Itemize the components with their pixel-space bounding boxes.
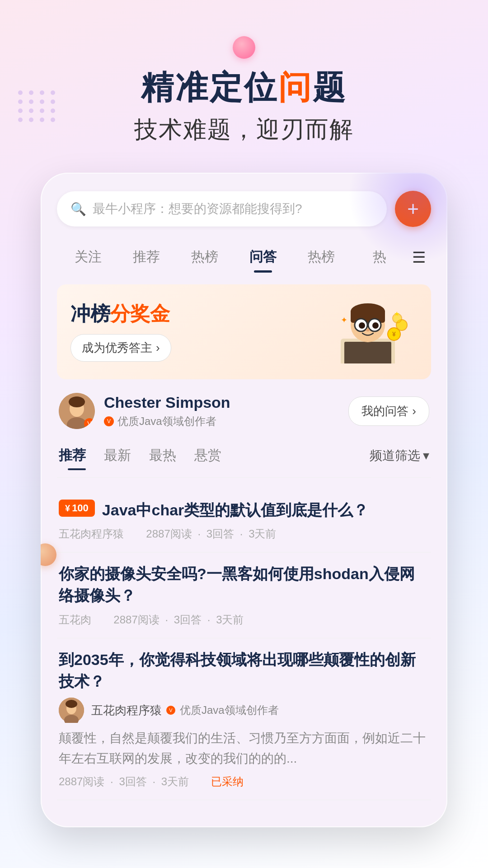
my-answer-arrow: › (412, 404, 416, 418)
filter-tab-hottest[interactable]: 最热 (140, 443, 185, 468)
q1-time: 3天前 (249, 528, 276, 540)
svg-text:¥: ¥ (392, 330, 396, 338)
q1-reads: 2887阅读 (146, 528, 192, 540)
nav-tabs: 关注 推荐 热榜 问答 热榜 热 ☰ (57, 243, 431, 271)
q3-avatar-svg (59, 698, 84, 723)
q3-preview-text: 颠覆性，自然是颠覆我们的生活、习惯乃至方方面面，例如近二十年左右互联网的发展，改… (59, 728, 429, 769)
q1-title-row: ¥ 100 Java中char类型的默认值到底是什么？ (59, 500, 429, 521)
pearl-decoration (41, 543, 56, 566)
banner-btn-arrow: › (156, 341, 160, 355)
search-row: 🔍 最牛小程序：想要的资源都能搜得到? + (57, 191, 431, 227)
svg-point-24 (66, 700, 77, 708)
q1-author: 五花肉程序猿 (59, 528, 124, 540)
q3-title[interactable]: 到2035年，你觉得科技领域将出现哪些颠覆性的创新技术？ (59, 649, 429, 692)
add-button[interactable]: + (395, 191, 431, 227)
hero-section: 精准定位问题 技术难题，迎刃而解 (0, 0, 488, 164)
hero-ball-decoration (233, 36, 255, 59)
q2-meta: 五花肉 2887阅读 · 3回答 · 3天前 (59, 613, 429, 627)
hero-title-text1: 精准定位 (141, 69, 278, 105)
channel-filter-arrow: ▾ (423, 448, 429, 463)
banner-become-btn[interactable]: 成为优秀答主 › (70, 334, 171, 362)
q3-preview-role: 优质Java领域创作者 (180, 703, 279, 717)
channel-filter-label: 频道筛选 (370, 447, 420, 464)
q1-reward-yuan: ¥ (65, 503, 70, 514)
nav-tab-follow[interactable]: 关注 (59, 243, 117, 271)
nav-tab-qa[interactable]: 问答 (234, 243, 292, 271)
q1-title[interactable]: Java中char类型的默认值到底是什么？ (102, 500, 368, 521)
search-placeholder-text: 最牛小程序：想要的资源都能搜得到? (93, 200, 373, 217)
filter-tabs: 推荐 最新 最热 悬赏 频道筛选 ▾ (57, 443, 431, 468)
q3-adopted-tag: 已采纳 (211, 775, 244, 788)
q3-meta: 2887阅读 · 3回答 · 3天前 已采纳 (59, 774, 429, 789)
phone-mockup: 🔍 最牛小程序：想要的资源都能搜得到? + 关注 推荐 热榜 问答 热榜 热 ☰… (41, 173, 447, 827)
phone-container: 🔍 最牛小程序：想要的资源都能搜得到? + 关注 推荐 热榜 问答 热榜 热 ☰… (0, 164, 488, 827)
hero-title: 精准定位问题 (18, 68, 470, 107)
user-avatar: V (59, 393, 95, 429)
nav-tab-hot1[interactable]: 热榜 (175, 243, 234, 271)
q1-answers: 3回答 (206, 528, 234, 540)
q3-preview-author: 五花肉程序猿 (91, 703, 162, 718)
nav-menu-icon[interactable]: ☰ (408, 248, 429, 266)
banner-illustration: ¥ ✦ ★ (318, 298, 418, 366)
q3-preview-row: 五花肉程序猿 V 优质Java领域创作者 (59, 698, 429, 723)
q3-reads: 2887阅读 (59, 775, 104, 788)
q3-preview-avatar (59, 698, 84, 723)
my-answer-label: 我的问答 (361, 403, 408, 419)
svg-point-20 (69, 396, 85, 407)
svg-point-10 (366, 329, 370, 331)
q1-reward-amount: 100 (72, 502, 89, 514)
q3-time: 3天前 (161, 775, 189, 788)
q1-meta: 五花肉程序猿 2887阅读 · 3回答 · 3天前 (59, 527, 429, 541)
cartoon-character-svg: ¥ ✦ ★ (327, 300, 408, 363)
svg-text:✦: ✦ (341, 316, 347, 325)
my-answer-button[interactable]: 我的问答 › (348, 396, 429, 426)
banner-title: 冲榜分奖金 (70, 302, 318, 326)
svg-point-7 (359, 322, 365, 329)
channel-filter[interactable]: 频道筛选 ▾ (370, 447, 429, 464)
nav-tab-hot2[interactable]: 热榜 (292, 243, 350, 271)
user-info: Chester Simpson V 优质Java领域创作者 (104, 394, 339, 429)
user-tag-badge: V (104, 416, 114, 426)
q2-reads: 2887阅读 (113, 613, 159, 626)
decorative-dots (18, 90, 57, 122)
question-item-1: ¥ 100 Java中char类型的默认值到底是什么？ 五花肉程序猿 2887阅… (57, 489, 431, 552)
question-item-2: 你家的摄像头安全吗?一黑客如何使用shodan入侵网络摄像头？ 五花肉 2887… (57, 552, 431, 638)
search-bar[interactable]: 🔍 最牛小程序：想要的资源都能搜得到? (57, 191, 387, 226)
svg-rect-1 (344, 342, 391, 363)
search-icon: 🔍 (70, 202, 86, 217)
q1-reward-badge: ¥ 100 (59, 500, 95, 517)
q3-preview-info: 五花肉程序猿 V 优质Java领域创作者 (91, 703, 279, 718)
banner-section: 冲榜分奖金 成为优秀答主 › (57, 284, 431, 379)
hero-title-highlight: 问 (278, 69, 313, 105)
banner-title-part2: 分奖金 (110, 302, 170, 325)
banner-btn-label: 成为优秀答主 (82, 340, 152, 356)
q2-time: 3天前 (216, 613, 244, 626)
question-item-3: 到2035年，你觉得科技领域将出现哪些颠覆性的创新技术？ 五花肉程序猿 V 优质… (57, 638, 431, 800)
nav-tab-recommend[interactable]: 推荐 (117, 243, 175, 271)
nav-tab-more-text[interactable]: 热 (350, 243, 408, 271)
banner-title-part1: 冲榜 (70, 302, 110, 325)
banner-left-content: 冲榜分奖金 成为优秀答主 › (70, 302, 318, 362)
q2-title[interactable]: 你家的摄像头安全吗?一黑客如何使用shodan入侵网络摄像头？ (59, 563, 429, 606)
user-profile-row: V Chester Simpson V 优质Java领域创作者 我的问答 › (57, 393, 431, 429)
q2-answers: 3回答 (174, 613, 202, 626)
hero-title-text2: 题 (313, 69, 347, 105)
filter-tab-reward[interactable]: 悬赏 (185, 443, 230, 468)
svg-point-8 (372, 322, 379, 329)
q2-author: 五花肉 (59, 613, 91, 626)
user-tag-row: V 优质Java领域创作者 (104, 414, 339, 429)
filter-tab-latest[interactable]: 最新 (95, 443, 140, 468)
user-name: Chester Simpson (104, 394, 339, 411)
svg-text:★: ★ (394, 310, 400, 317)
filter-tab-recommend[interactable]: 推荐 (59, 443, 95, 468)
q3-preview-badge: V (166, 706, 175, 715)
q3-answers: 3回答 (119, 775, 146, 788)
hero-subtitle: 技术难题，迎刃而解 (18, 114, 470, 146)
filter-divider (57, 477, 431, 478)
verified-badge: V (84, 418, 95, 429)
user-description: 优质Java领域创作者 (117, 414, 216, 429)
